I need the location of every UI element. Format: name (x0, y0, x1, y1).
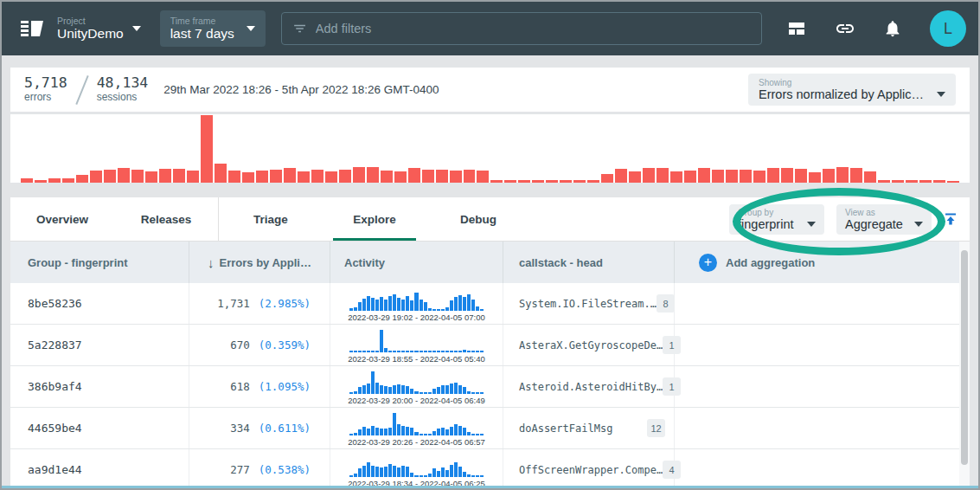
aggregation-cell (675, 366, 970, 407)
fingerprint-cell[interactable]: 5a228837 (10, 325, 189, 365)
errors-cell: 277 (0.538%) (189, 449, 330, 490)
add-filters-input[interactable] (316, 22, 751, 35)
sort-desc-icon[interactable]: ↓ (208, 255, 215, 270)
activity-sparkline (349, 288, 484, 311)
callstack-cell: System.IO.FileStream.… 8 (503, 283, 675, 324)
showing-label: Showing (759, 78, 945, 87)
table-row[interactable]: 5a228837 670 (0.359%) 2022-03-29 18:55 -… (10, 325, 970, 366)
avatar-letter: L (944, 20, 952, 38)
slash-divider (75, 74, 88, 104)
view-as-label: View as (845, 208, 923, 217)
callstack-cell: AsteraX.GetGyroscopeDe… 1 (503, 325, 675, 365)
chevron-down-icon (914, 222, 923, 227)
notifications-bell-icon[interactable] (883, 19, 902, 38)
chevron-down-icon (937, 92, 945, 97)
chevron-down-icon (807, 222, 816, 227)
link-icon[interactable] (835, 18, 855, 39)
errors-label: errors (24, 92, 67, 104)
group-by-label: Group by (738, 208, 816, 217)
activity-cell: 2022-03-29 18:34 - 2022-04-05 06:25 (330, 449, 503, 490)
activity-cell: 2022-03-29 19:02 - 2022-04-05 07:00 (330, 283, 503, 324)
activity-sparkline (349, 371, 484, 394)
table-row[interactable]: aa9d1e44 277 (0.538%) 2022-03-29 18:34 -… (10, 449, 970, 490)
tab-explore[interactable]: Explore (323, 197, 426, 241)
aggregation-cell (675, 283, 970, 324)
tab-controls: Group by fingerprint View as Aggregate (729, 204, 970, 235)
fingerprint-cell[interactable]: 44659be4 (10, 408, 189, 448)
activity-sparkline (349, 413, 484, 435)
tab-debug[interactable]: Debug (426, 197, 530, 241)
header-errors[interactable]: ↓ Errors by Appli… (189, 242, 330, 283)
backtrace-logo-icon (19, 18, 45, 39)
table-row[interactable]: 386b9af4 618 (1.095%) 2022-03-29 20:00 -… (10, 366, 970, 408)
aggregation-cell (675, 325, 970, 365)
summary-card: 5,718 errors 48,134 sessions 29th Mar 20… (10, 68, 970, 112)
fingerprint-cell[interactable]: 386b9af4 (10, 366, 189, 407)
project-selector[interactable]: Project UnityDemo (57, 16, 141, 42)
callstack-cell: doAssertFailMsg 12 (503, 408, 675, 448)
fingerprint-cell[interactable]: 8be58236 (10, 283, 189, 324)
date-range: 29th Mar 2022 18:26 - 5th Apr 2022 18:26… (163, 83, 439, 96)
frame-count-badge: 8 (657, 294, 675, 313)
project-label: Project (57, 16, 124, 26)
tab-overview[interactable]: Overview (10, 197, 114, 241)
showing-value: Errors normalized by Applic… (759, 87, 924, 101)
tab-triage[interactable]: Triage (219, 197, 323, 241)
plus-icon: + (699, 254, 717, 272)
activity-sparkline (349, 330, 484, 352)
table-header: Group - fingerprint ↓ Errors by Appli… A… (10, 242, 970, 283)
main-panel: Overview Releases Triage Explore Debug G… (10, 197, 970, 486)
errors-cell: 670 (0.359%) (189, 325, 330, 365)
group-by-selector[interactable]: Group by fingerprint (729, 204, 824, 235)
errors-histogram[interactable] (21, 115, 959, 183)
errors-cell: 618 (1.095%) (189, 366, 330, 407)
tab-releases[interactable]: Releases (114, 197, 218, 241)
showing-selector[interactable]: Showing Errors normalized by Applic… (748, 74, 956, 106)
errors-stat: 5,718 errors (24, 75, 67, 104)
timeframe-value: last 7 days (170, 26, 234, 42)
topbar-actions: L (786, 10, 966, 47)
callstack-cell: OffScreenWrapper.Compe… 4 (503, 449, 675, 490)
header-activity[interactable]: Activity (330, 242, 503, 283)
timeframe-label: Time frame (170, 16, 234, 26)
horizontal-scrollbar[interactable] (2, 486, 978, 488)
app-window: Project UnityDemo Time frame last 7 days (0, 0, 980, 490)
errors-histogram-card (10, 114, 970, 183)
sessions-label: sessions (97, 92, 149, 104)
activity-sparkline (349, 455, 484, 477)
filters-bar[interactable] (281, 12, 762, 45)
aggregation-cell (675, 408, 970, 448)
view-as-value: Aggregate (845, 217, 903, 231)
activity-caption: 2022-03-29 19:02 - 2022-04-05 07:00 (348, 313, 484, 322)
timeframe-selector[interactable]: Time frame last 7 days (160, 10, 266, 47)
activity-caption: 2022-03-29 18:55 - 2022-04-05 05:40 (348, 354, 484, 364)
header-callstack[interactable]: callstack - head (503, 242, 675, 283)
frame-count-badge: 12 (647, 419, 665, 437)
vertical-scrollbar[interactable] (959, 242, 970, 486)
scrollbar-thumb[interactable] (961, 250, 968, 465)
dashboard-icon[interactable] (786, 18, 807, 39)
view-as-selector[interactable]: View as Aggregate (836, 204, 932, 235)
sessions-stat: 48,134 sessions (97, 75, 149, 104)
add-aggregation-button[interactable]: + Add aggregation (675, 242, 970, 283)
errors-cell: 1,731 (2.985%) (189, 283, 330, 324)
filter-icon (292, 21, 307, 36)
tab-bar: Overview Releases Triage Explore Debug G… (10, 197, 970, 242)
sessions-count: 48,134 (97, 75, 149, 92)
chevron-down-icon (132, 26, 141, 31)
top-bar: Project UnityDemo Time frame last 7 days (2, 2, 978, 55)
table-row[interactable]: 8be58236 1,731 (2.985%) 2022-03-29 19:02… (10, 283, 970, 325)
user-avatar[interactable]: L (930, 10, 966, 47)
collapse-to-top-icon[interactable] (944, 212, 958, 226)
activity-caption: 2022-03-29 20:00 - 2022-04-05 06:49 (348, 396, 484, 405)
activity-cell: 2022-03-29 20:00 - 2022-04-05 06:49 (330, 366, 503, 407)
activity-cell: 2022-03-29 20:26 - 2022-04-05 06:57 (330, 408, 503, 448)
project-value: UnityDemo (57, 26, 124, 42)
aggregation-cell (675, 449, 970, 490)
header-fingerprint[interactable]: Group - fingerprint (10, 242, 189, 283)
activity-cell: 2022-03-29 18:55 - 2022-04-05 05:40 (330, 325, 503, 365)
fingerprint-cell[interactable]: aa9d1e44 (10, 449, 189, 490)
table-row[interactable]: 44659be4 334 (0.611%) 2022-03-29 20:26 -… (10, 408, 970, 449)
errors-cell: 334 (0.611%) (189, 408, 330, 448)
callstack-cell: Asteroid.AsteroidHitBy… 1 (503, 366, 675, 407)
